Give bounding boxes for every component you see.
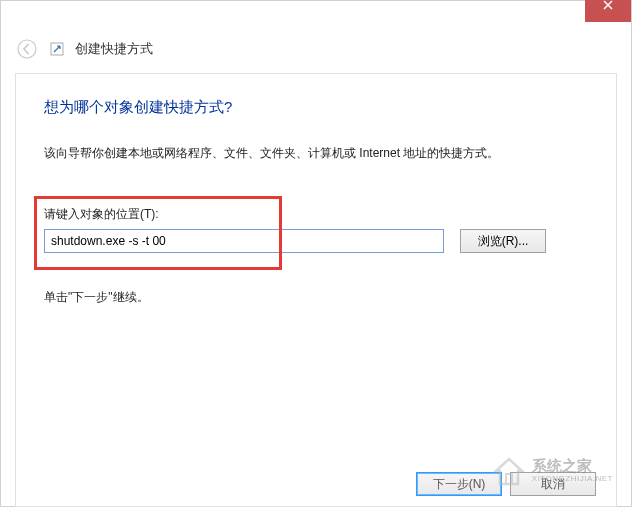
- close-button[interactable]: [585, 0, 631, 22]
- cancel-button[interactable]: 取消: [510, 472, 596, 496]
- location-input-block: 请键入对象的位置(T): 浏览(R)...: [44, 206, 588, 253]
- location-input-row: 浏览(R)...: [44, 229, 588, 253]
- title-bar: [1, 1, 631, 31]
- location-label: 请键入对象的位置(T):: [44, 206, 588, 223]
- close-icon: [603, 0, 613, 10]
- footer-buttons: 下一步(N) 取消: [416, 472, 596, 496]
- svg-point-2: [18, 40, 36, 58]
- page-intro: 该向导帮你创建本地或网络程序、文件、文件夹、计算机或 Internet 地址的快…: [44, 145, 588, 162]
- browse-button[interactable]: 浏览(R)...: [460, 229, 546, 253]
- content-pane: 想为哪个对象创建快捷方式? 该向导帮你创建本地或网络程序、文件、文件夹、计算机或…: [15, 73, 617, 507]
- shortcut-icon: [49, 41, 65, 57]
- back-button: [15, 37, 39, 61]
- next-button[interactable]: 下一步(N): [416, 472, 502, 496]
- page-headline: 想为哪个对象创建快捷方式?: [44, 98, 588, 117]
- location-input[interactable]: [44, 229, 444, 253]
- header-row: 创建快捷方式: [1, 31, 631, 73]
- wizard-title: 创建快捷方式: [75, 40, 153, 58]
- arrow-left-icon: [17, 39, 37, 59]
- wizard-window: 创建快捷方式 想为哪个对象创建快捷方式? 该向导帮你创建本地或网络程序、文件、文…: [0, 0, 632, 507]
- continue-hint: 单击"下一步"继续。: [44, 289, 588, 306]
